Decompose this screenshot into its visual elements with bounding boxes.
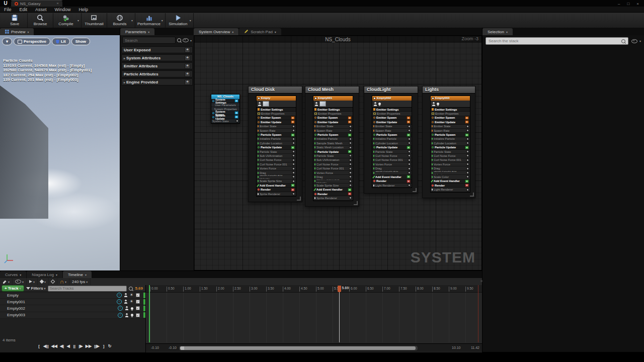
stack-row-emitter-spawn[interactable]: Emitter Spawn+ (257, 116, 296, 120)
stack-row-light-renderer[interactable]: Light Renderer✓ (431, 188, 470, 192)
module-enabled-checkbox[interactable]: ✓ (408, 171, 411, 174)
module-enabled-checkbox[interactable]: ✓ (349, 180, 352, 183)
module-enabled-checkbox[interactable]: ✓ (408, 159, 411, 161)
stack-row-sample-static-mesh[interactable]: Sample Static Mesh✓ (313, 141, 353, 145)
chevron-down-icon[interactable]: ▾ (131, 19, 133, 22)
add-module-button[interactable]: + (291, 146, 295, 149)
param-section-particle-attributes[interactable]: Particle Attributes+ (121, 70, 193, 77)
add-module-button[interactable]: + (291, 133, 295, 137)
module-enabled-checkbox[interactable]: ✓ (292, 138, 295, 140)
stack-row-emitter-spawn[interactable]: Emitter Spawn+ (313, 116, 353, 120)
stack-row-emitter-properties[interactable]: Emitter Properties (431, 112, 470, 116)
maximize-button[interactable]: □ (627, 1, 629, 7)
loop-button[interactable]: ↻ (108, 344, 112, 348)
add-module-button[interactable]: + (291, 120, 295, 124)
parameters-search-input[interactable] (122, 37, 176, 44)
stack-row-sprite-renderer[interactable]: Sprite Renderer✓ (257, 192, 296, 196)
pause-button[interactable]: || (72, 344, 76, 348)
module-enabled-checkbox[interactable]: ✓ (466, 171, 469, 174)
emitter-node-cloud-disk[interactable]: Cloud DiskEmptyEmitter SettingsEmitter P… (248, 86, 302, 202)
module-enabled-checkbox[interactable]: ✓ (349, 125, 352, 128)
add-parameter-button[interactable]: + (185, 63, 190, 69)
module-enabled-checkbox[interactable]: ✓ (408, 163, 411, 165)
compile-button[interactable]: Compile (55, 13, 76, 28)
stack-row-particle-spawn[interactable]: Particle Spawn+ (372, 133, 412, 137)
stack-row-emitter-properties[interactable]: Emitter Properties (257, 112, 296, 116)
track-enabled-checkbox[interactable]: ✓ (136, 313, 140, 317)
add-module-button[interactable]: + (407, 175, 411, 178)
stack-row-curl-noise-force-001[interactable]: Curl Noise Force 001✓ (313, 166, 353, 170)
add-module-button[interactable]: + (348, 120, 352, 124)
stack-row-emitter-update[interactable]: Emitter Update+ (313, 120, 353, 124)
module-enabled-checkbox[interactable]: ✓ (292, 163, 295, 165)
expander-arrow-icon[interactable]: ▸ (124, 80, 125, 84)
add-module-button[interactable]: + (234, 111, 238, 115)
stack-row-cylinder-location[interactable]: Cylinder Location✓ (372, 141, 412, 145)
emitter-node-cloud-mesh[interactable]: Cloud MeshEmpty001Emitter SettingsEmitte… (305, 86, 359, 207)
info-icon[interactable]: i (118, 306, 123, 311)
frame-forward-button[interactable]: |▶ (78, 344, 83, 348)
stack-row-curl-noise-force[interactable]: Curl Noise Force✓ (257, 158, 296, 162)
stack-row-emitter-properties[interactable]: Emitter Properties (313, 112, 353, 116)
module-enabled-checkbox[interactable]: ✓ (408, 142, 411, 144)
module-enabled-checkbox[interactable]: ✓ (466, 138, 469, 140)
system-node-ns-clouds[interactable]: NS_CloudsSystem Settings+User Parameters… (211, 94, 240, 124)
param-section-system-attributes[interactable]: ▸System Attributes+ (121, 54, 193, 61)
add-module-button[interactable]: + (465, 133, 469, 137)
tab-scratch-pad[interactable]: Scratch Pad▾ (239, 28, 281, 35)
stack-row-vortex-force[interactable]: Vortex Force✓ (313, 171, 353, 175)
add-module-button[interactable]: + (407, 146, 411, 149)
stack-row-emitter-update[interactable]: Emitter Update+ (257, 120, 296, 124)
param-section-emitter-attributes[interactable]: Emitter Attributes+ (121, 62, 193, 69)
module-enabled-checkbox[interactable]: ✓ (466, 167, 469, 170)
info-icon[interactable]: i (117, 293, 122, 298)
snapping-button[interactable]: ∩▾ (57, 278, 69, 285)
system-row-system-settings[interactable]: System Settings+ (211, 99, 239, 103)
step-forward-button[interactable]: ||▶ (94, 344, 100, 348)
stack-row-solve-forces-and-velocity[interactable]: Solve Forces and Velocity✓ (257, 175, 296, 179)
add-module-button[interactable]: + (465, 184, 469, 187)
close-button[interactable]: × (636, 1, 639, 7)
stack-row-spawn-rate[interactable]: Spawn Rate✓ (431, 129, 470, 133)
module-enabled-checkbox[interactable]: ✓ (466, 163, 469, 165)
stack-row-scale-color[interactable]: Scale Color✓ (431, 175, 470, 179)
module-enabled-checkbox[interactable]: ✓ (466, 129, 469, 132)
stack-row-cylinder-location[interactable]: Cylinder Location✓ (257, 141, 296, 145)
expander-arrow-icon[interactable]: ▸ (124, 56, 125, 60)
stack-row-spawn-rate[interactable]: Spawn Rate✓ (313, 129, 353, 133)
tab-selection[interactable]: Selection ▾ (482, 28, 513, 35)
minimize-button[interactable]: – (618, 1, 620, 7)
emitter-enabled-checkbox[interactable] (314, 97, 317, 100)
add-module-button[interactable]: + (465, 146, 469, 149)
param-section-engine-provided[interactable]: ▸Engine Provided+ (121, 78, 193, 85)
module-enabled-checkbox[interactable]: ✓ (466, 150, 469, 153)
module-enabled-checkbox[interactable]: ✓ (292, 175, 295, 178)
track-enabled-checkbox[interactable]: ✓ (136, 300, 140, 304)
menu-help[interactable]: Help (79, 7, 89, 12)
stack-row-drag[interactable]: Drag✓ (313, 175, 353, 179)
track-enabled-checkbox[interactable]: ✓ (136, 293, 140, 297)
add-parameter-button[interactable]: + (185, 47, 190, 53)
stack-row-sub-uvanimation[interactable]: Sub UVAnimation✓ (257, 154, 296, 158)
isolate-icon[interactable] (125, 306, 128, 310)
thumbnail-button[interactable]: Thumbnail (84, 13, 105, 28)
add-module-button[interactable]: + (348, 188, 352, 192)
tab-niagara-log[interactable]: Niagara Log▾ (27, 271, 62, 278)
show-button[interactable]: Show (71, 38, 90, 45)
view-options-eye-icon[interactable] (631, 39, 637, 43)
stack-row-emitter-update[interactable]: Emitter Update+ (372, 120, 412, 124)
module-enabled-checkbox[interactable]: ✓ (349, 142, 352, 144)
time-ruler[interactable]: 0.000.501.001.502.002.503.003.504.004.50… (146, 285, 482, 293)
emitter-header[interactable]: Empty002 (372, 96, 412, 101)
menu-edit[interactable]: Edit (20, 7, 28, 12)
isolate-emitter-icon[interactable] (432, 102, 435, 106)
performance-button[interactable]: Performance (137, 13, 160, 28)
stack-row-drag[interactable]: Drag✓ (431, 166, 470, 170)
jump-forward-button[interactable]: ▶▶ (86, 344, 92, 348)
stack-row-particle-state[interactable]: Particle State✓ (257, 150, 296, 154)
module-enabled-checkbox[interactable]: ✓ (349, 167, 352, 170)
stack-row-emitter-state[interactable]: Emitter State✓ (257, 125, 296, 129)
system-row-system-state[interactable]: System State✓ (211, 119, 239, 123)
module-enabled-checkbox[interactable]: ✓ (349, 184, 352, 187)
isolate-icon[interactable] (125, 313, 128, 317)
